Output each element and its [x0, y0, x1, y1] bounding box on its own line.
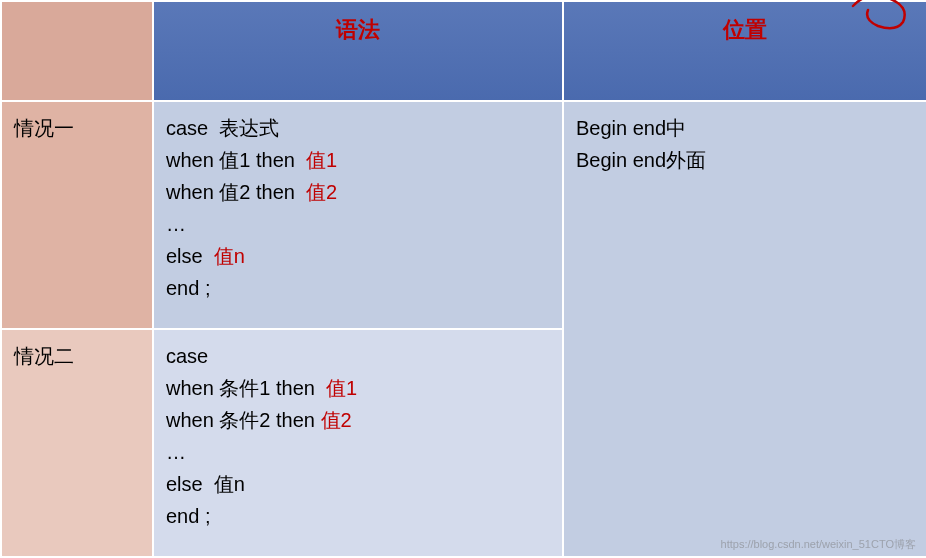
case-syntax-table-container: { "headers": { "blank": "", "syntax": "语… — [0, 0, 926, 558]
row-label-2: 情况二 — [1, 329, 153, 557]
header-position: 位置 — [563, 1, 926, 101]
code-line: end ; — [166, 500, 550, 532]
header-row: 语法 位置 — [1, 1, 926, 101]
position-cell: Begin end中 Begin end外面 — [563, 101, 926, 557]
code-line: case — [166, 340, 550, 372]
row-label-1: 情况一 — [1, 101, 153, 329]
code-line: else 值n — [166, 468, 550, 500]
code-line: case 表达式 — [166, 112, 550, 144]
code-line: when 条件1 then 值1 — [166, 372, 550, 404]
code-line: when 值2 then 值2 — [166, 176, 550, 208]
table-row: 情况一 case 表达式 when 值1 then 值1 when 值2 the… — [1, 101, 926, 329]
header-blank — [1, 1, 153, 101]
code-line: else 值n — [166, 240, 550, 272]
case-syntax-table: 语法 位置 情况一 case 表达式 when 值1 then 值1 when … — [0, 0, 926, 558]
code-line: … — [166, 436, 550, 468]
position-line: Begin end外面 — [576, 144, 914, 176]
position-line: Begin end中 — [576, 112, 914, 144]
syntax-cell-2: case when 条件1 then 值1 when 条件2 then 值2 …… — [153, 329, 563, 557]
code-line: when 条件2 then 值2 — [166, 404, 550, 436]
header-syntax: 语法 — [153, 1, 563, 101]
syntax-cell-1: case 表达式 when 值1 then 值1 when 值2 then 值2… — [153, 101, 563, 329]
code-line: when 值1 then 值1 — [166, 144, 550, 176]
code-line: end ; — [166, 272, 550, 304]
code-line: … — [166, 208, 550, 240]
